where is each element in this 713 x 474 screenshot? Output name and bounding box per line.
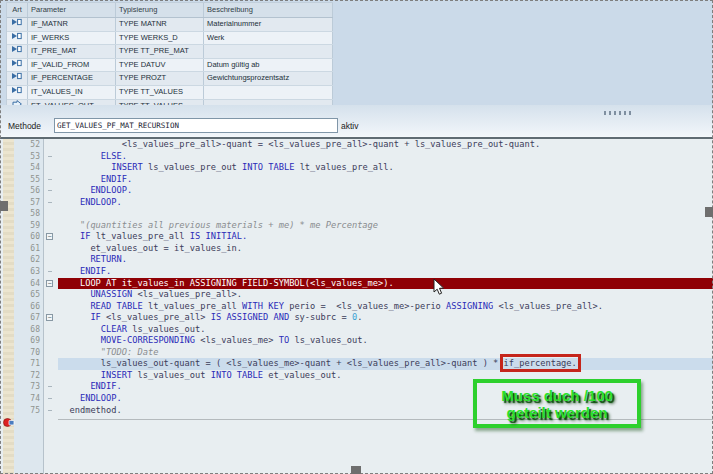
param-type-cell (7, 32, 28, 45)
breakpoint-icon[interactable] (3, 417, 15, 428)
splitter-grip[interactable] (604, 111, 634, 115)
line-number[interactable]: 75 (14, 405, 44, 417)
code-line[interactable]: 60− IF lt_values_pre_all IS INITIAL. (14, 231, 713, 243)
parameter-table: Art Parameter Typisierung Beschreibung I… (6, 2, 333, 113)
code-text: RETURN. (58, 254, 713, 266)
param-description-cell: Werk (204, 32, 333, 45)
line-number[interactable]: 68 (14, 324, 44, 336)
line-number[interactable]: 63 (14, 266, 44, 278)
code-line[interactable]: 68 CLEAR ls_values_out. (14, 324, 713, 336)
fold-end-mark (48, 410, 52, 411)
fold-column: − (44, 231, 58, 243)
code-lines: 52 <ls_values_pre_all>-quant = <ls_value… (14, 139, 713, 416)
selection-handle-bottom[interactable] (351, 466, 361, 474)
line-number[interactable]: 66 (14, 301, 44, 313)
code-line[interactable]: 58 (14, 208, 713, 220)
code-line[interactable]: 56 ENDLOOP. (14, 185, 713, 197)
code-line[interactable]: 70 "TODO: Date (14, 347, 713, 359)
green-note-line1: Muss duch /100 (501, 387, 613, 404)
code-line[interactable]: 69 MOVE-CORRESPONDING <ls_values_me> TO … (14, 335, 713, 347)
code-text: <ls_values_pre_all>-quant = <ls_values_p… (58, 139, 713, 151)
fold-column (44, 381, 58, 393)
code-line[interactable]: 64− LOOP AT it_values_in ASSIGNING FIELD… (14, 278, 713, 290)
param-typing-cell: TYPE PROZT (116, 72, 204, 85)
param-type-cell (7, 86, 28, 99)
selection-handle-left[interactable] (0, 201, 8, 211)
param-type-cell (7, 72, 28, 85)
code-line[interactable]: 65 UNASSIGN <ls_values_pre_all>. (14, 289, 713, 301)
table-row[interactable]: IF_PERCENTAGETYPE PROZTGewichtungsprozen… (7, 72, 333, 86)
line-number[interactable]: 60 (14, 231, 44, 243)
line-number[interactable]: 58 (14, 208, 44, 220)
line-number[interactable]: 57 (14, 197, 44, 209)
line-number[interactable]: 62 (14, 254, 44, 266)
fold-column (44, 185, 58, 197)
line-number[interactable]: 55 (14, 174, 44, 186)
param-name-cell: IF_PERCENTAGE (28, 72, 116, 85)
fold-end-mark (48, 179, 52, 180)
column-header-art[interactable]: Art (7, 3, 28, 17)
fold-collapse-icon[interactable]: − (46, 280, 53, 287)
line-number[interactable]: 54 (14, 162, 44, 174)
column-header-typisierung[interactable]: Typisierung (116, 3, 204, 17)
line-number[interactable]: 71 (14, 358, 44, 370)
fold-collapse-icon[interactable]: − (46, 314, 53, 321)
param-typing-cell: TYPE WERKS_D (116, 32, 204, 45)
code-line[interactable]: 53 ELSE. (14, 151, 713, 163)
code-line[interactable]: 66 READ TABLE lt_values_pre_all WITH KEY… (14, 301, 713, 313)
importing-icon (12, 59, 22, 72)
fold-column (44, 301, 58, 313)
code-text: "TODO: Date (58, 347, 713, 359)
code-line[interactable]: 71 ls_values_out-quant = ( <ls_values_me… (14, 358, 713, 370)
fold-column: − (44, 278, 58, 290)
code-line[interactable]: 57 ENDLOOP. (14, 197, 713, 209)
table-row[interactable]: IT_PRE_MATTYPE TT_PRE_MAT (7, 45, 333, 59)
line-number[interactable]: 65 (14, 289, 44, 301)
code-line[interactable]: 63 ENDIF. (14, 266, 713, 278)
line-number[interactable]: 74 (14, 393, 44, 405)
line-number[interactable]: 56 (14, 185, 44, 197)
line-number[interactable]: 52 (14, 139, 44, 151)
code-text: IF lt_values_pre_all IS INITIAL. (58, 231, 713, 243)
table-row[interactable]: IF_VALID_FROMTYPE DATUVDatum gültig ab (7, 59, 333, 73)
fold-column (44, 197, 58, 209)
fold-column (44, 393, 58, 405)
table-row[interactable]: IT_VALUES_INTYPE TT_VALUES (7, 86, 333, 100)
fold-column (44, 208, 58, 220)
param-typing-cell: TYPE TT_PRE_MAT (116, 45, 204, 58)
code-line[interactable]: 54 INSERT ls_values_pre_out INTO TABLE l… (14, 162, 713, 174)
column-header-parameter[interactable]: Parameter (28, 3, 116, 17)
line-number[interactable]: 53 (14, 151, 44, 163)
parameter-table-body: IF_MATNRTYPE MATNRMaterialnummerIF_WERKS… (7, 18, 333, 113)
code-line[interactable]: 52 <ls_values_pre_all>-quant = <ls_value… (14, 139, 713, 151)
line-number[interactable]: 70 (14, 347, 44, 359)
code-line[interactable]: 62 RETURN. (14, 254, 713, 266)
method-bar: Methode aktiv (0, 118, 713, 136)
fold-collapse-icon[interactable]: − (46, 233, 53, 240)
method-name-input[interactable] (54, 118, 338, 133)
param-typing-cell: TYPE TT_VALUES (116, 86, 204, 99)
mouse-cursor-icon (433, 278, 445, 296)
code-line[interactable]: 55 ENDIF. (14, 174, 713, 186)
code-line[interactable]: 67− IF <ls_values_pre_all> IS ASSIGNED A… (14, 312, 713, 324)
table-row[interactable]: IF_MATNRTYPE MATNRMaterialnummer (7, 18, 333, 32)
fold-column (44, 335, 58, 347)
line-number[interactable]: 73 (14, 381, 44, 393)
line-number[interactable]: 61 (14, 243, 44, 255)
code-line[interactable]: 61 et_values_out = it_values_in. (14, 243, 713, 255)
importing-icon (12, 72, 22, 85)
line-number[interactable]: 64 (14, 278, 44, 290)
line-number[interactable]: 69 (14, 335, 44, 347)
fold-column: − (44, 312, 58, 324)
code-line[interactable]: 59 "(quantities all previous materials +… (14, 220, 713, 232)
table-row[interactable]: IF_WERKSTYPE WERKS_DWerk (7, 32, 333, 46)
code-text: ENDLOOP. (58, 185, 713, 197)
param-type-cell (7, 45, 28, 58)
selection-handle-right[interactable] (705, 207, 713, 217)
fold-end-mark (48, 386, 52, 387)
line-number[interactable]: 67 (14, 312, 44, 324)
line-number[interactable]: 59 (14, 220, 44, 232)
line-number[interactable]: 72 (14, 370, 44, 382)
fold-column (44, 405, 58, 417)
column-header-beschreibung[interactable]: Beschreibung (204, 3, 333, 17)
